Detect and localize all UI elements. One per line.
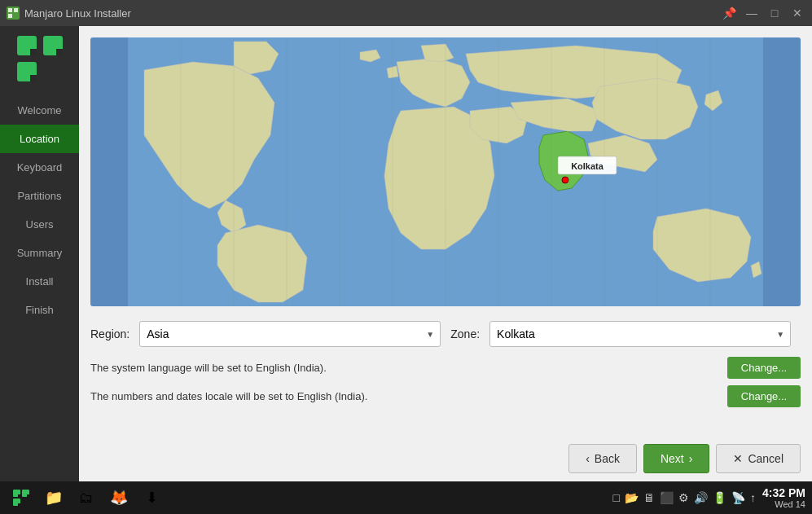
back-button[interactable]: ‹ Back (568, 444, 637, 473)
titlebar: Manjaro Linux Installer 📌 — □ ✕ (0, 0, 812, 26)
svg-rect-1 (14, 8, 18, 12)
taskbar-right: □ 📂 🖥 ⬛ ⚙ 🔊 🔋 📡 ↑ 4:32 PM Wed 14 (613, 486, 805, 509)
tray-terminal-icon[interactable]: ⬛ (660, 491, 674, 504)
titlebar-controls: 📌 — □ ✕ (721, 5, 805, 21)
taskbar-firefox[interactable]: 🦊 (104, 485, 134, 511)
taskbar-installer[interactable]: ⬇ (137, 485, 166, 511)
taskbar-apps: 📁 🗂 🦊 ⬇ (7, 485, 166, 511)
sidebar-item-welcome[interactable]: Welcome (0, 96, 79, 125)
change-language-button[interactable]: Change... (727, 357, 801, 379)
region-label: Region: (90, 327, 129, 340)
tray-update-icon[interactable]: ↑ (750, 491, 756, 504)
tray-network-icon[interactable]: 📡 (731, 491, 745, 504)
content-area: Kolkata Region: Asia Europe America Afri… (79, 26, 812, 481)
svg-rect-27 (18, 494, 20, 497)
svg-rect-6 (30, 49, 37, 55)
locale-info-row: The numbers and dates locale will be set… (90, 385, 801, 407)
bottom-bar: ‹ Back Next › ✕ Cancel (79, 436, 812, 481)
tray-icons: □ 📂 🖥 ⬛ ⚙ 🔊 🔋 📡 ↑ (613, 491, 756, 504)
info-rows: The system language will be set to Engli… (79, 354, 812, 417)
close-button[interactable]: ✕ (789, 5, 805, 21)
main-window: Welcome Location Keyboard Partitions Use… (0, 26, 812, 481)
sidebar-item-keyboard[interactable]: Keyboard (0, 153, 79, 182)
next-button[interactable]: Next › (643, 444, 709, 473)
zone-select[interactable]: Kolkata Shanghai Tokyo Dubai (489, 321, 791, 347)
svg-rect-8 (30, 75, 37, 81)
taskbar-date: Wed 14 (762, 499, 805, 509)
change-locale-button[interactable]: Change... (727, 385, 801, 407)
sidebar-item-location[interactable]: Location (0, 125, 79, 153)
titlebar-left: Manjaro Linux Installer (7, 7, 131, 20)
files-icon: 📁 (45, 489, 63, 507)
world-map[interactable]: Kolkata (90, 37, 801, 306)
svg-point-23 (562, 177, 568, 183)
svg-rect-7 (56, 49, 63, 55)
firefox-icon: 🦊 (110, 489, 128, 507)
tray-settings-icon[interactable]: ⚙ (678, 491, 689, 504)
svg-rect-2 (8, 14, 12, 18)
svg-text:Kolkata: Kolkata (571, 161, 604, 171)
filemanager-icon: 🗂 (79, 490, 94, 507)
cancel-icon: ✕ (733, 452, 743, 465)
installer-icon: ⬇ (146, 489, 158, 507)
maximize-button[interactable]: □ (766, 5, 783, 21)
tray-desktop-icon[interactable]: □ (613, 491, 620, 504)
zone-select-wrapper: Kolkata Shanghai Tokyo Dubai ▼ (489, 321, 791, 347)
manjaro-logo (15, 34, 64, 83)
tray-display-icon[interactable]: 🖥 (643, 491, 655, 504)
sidebar-item-finish[interactable]: Finish (0, 296, 79, 324)
sidebar-item-partitions[interactable]: Partitions (0, 182, 79, 210)
language-info-row: The system language will be set to Engli… (90, 357, 801, 379)
locale-info-text: The numbers and dates locale will be set… (90, 390, 367, 402)
minimize-button[interactable]: — (744, 5, 760, 21)
cancel-button[interactable]: ✕ Cancel (716, 444, 801, 473)
taskbar-time: 4:32 PM (762, 486, 805, 499)
back-arrow-icon: ‹ (586, 452, 590, 465)
sidebar-item-install[interactable]: Install (0, 267, 79, 296)
pin-button[interactable]: 📌 (721, 5, 737, 21)
region-zone-row: Region: Asia Europe America Africa Pacif… (79, 314, 812, 354)
app-icon (7, 7, 20, 20)
taskbar-manjaro[interactable] (7, 485, 36, 511)
tray-volume-icon[interactable]: 🔊 (694, 491, 708, 504)
tray-battery-icon[interactable]: 🔋 (713, 491, 726, 504)
taskbar-files[interactable]: 📁 (39, 485, 68, 511)
svg-rect-0 (8, 8, 12, 12)
taskbar-filemanager[interactable]: 🗂 (72, 485, 101, 511)
language-info-text: The system language will be set to Engli… (90, 362, 327, 374)
svg-rect-29 (18, 503, 20, 506)
region-select-wrapper: Asia Europe America Africa Pacific ▼ (139, 321, 441, 347)
next-arrow-icon: › (689, 452, 693, 465)
sidebar-item-summary[interactable]: Summary (0, 239, 79, 267)
zone-label: Zone: (450, 327, 480, 340)
sidebar: Welcome Location Keyboard Partitions Use… (0, 26, 79, 481)
taskbar: 📁 🗂 🦊 ⬇ □ 📂 🖥 ⬛ ⚙ 🔊 🔋 📡 ↑ 4:32 PM Wed 14 (0, 481, 812, 514)
svg-rect-28 (27, 494, 29, 497)
taskbar-clock[interactable]: 4:32 PM Wed 14 (762, 486, 805, 509)
sidebar-item-users[interactable]: Users (0, 210, 79, 239)
tray-folder-icon[interactable]: 📂 (625, 491, 639, 504)
window-title: Manjaro Linux Installer (24, 7, 131, 20)
region-select[interactable]: Asia Europe America Africa Pacific (139, 321, 441, 347)
